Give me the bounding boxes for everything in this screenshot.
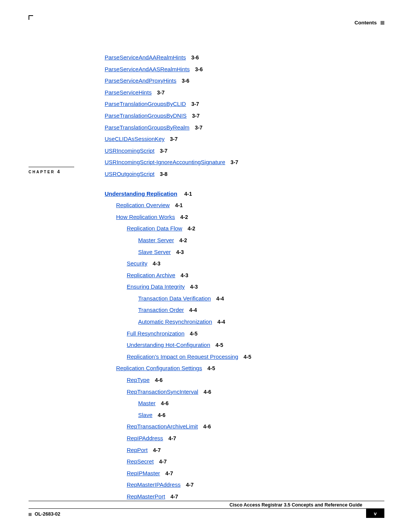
toc-entry: Replication Archive4-3 [127,271,379,280]
toc-link[interactable]: Replication Archive [127,272,175,278]
toc-link[interactable]: ParseServiceHints [105,89,151,96]
toc-page: 3-7 [192,113,199,119]
toc-link[interactable]: Understanding Hot-Configuration [127,342,210,348]
toc-entry: How Replication Works4-2 [116,213,379,221]
toc-entry: UseCLIDAsSessionKey3-7 [105,135,379,143]
toc-link[interactable]: UseCLIDAsSessionKey [105,136,165,142]
toc-page: 4-6 [203,423,211,430]
toc-link[interactable]: Automatic Resynchronization [138,318,212,325]
toc-entry: Replication's Impact on Request Processi… [127,353,379,361]
toc-entry: Ensuring Data Integrity4-3 [127,283,379,291]
toc-page: 3-7 [191,101,199,107]
toc-link[interactable]: RepPort [127,447,148,453]
toc-entry: Replication Data Flow4-2 [127,224,379,233]
toc-entry: USRIncomingScript3-7 [105,147,379,155]
header-contents-label: Contents [355,20,377,26]
toc-link[interactable]: ParseTranslationGroupsByDNIS [105,112,186,119]
toc-link[interactable]: RepType [127,377,150,383]
toc-link[interactable]: RepIPMaster [127,470,160,476]
toc-entry: Understanding Hot-Configuration4-5 [127,341,379,349]
toc-link[interactable]: Full Resynchronization [127,330,185,337]
toc-entry: RepType4-6 [127,376,379,384]
toc-link[interactable]: Replication Configuration Settings [116,365,202,371]
header-right: Contents [355,20,385,26]
toc-link[interactable]: USRIncomingScript [105,147,155,154]
toc-link[interactable]: Replication Overview [116,202,170,208]
toc-entry: RepIPMaster4-7 [127,469,379,478]
chapter-number: 4 [57,169,60,174]
toc-link[interactable]: Slave Server [138,249,171,255]
toc-section-prev: ParseServiceAndAARealmHints3-6ParseServi… [105,53,379,178]
toc-page: 3-6 [182,78,189,84]
toc-page: 4-3 [153,260,160,267]
toc-page: 4-5 [190,331,198,337]
toc-entry: USRIncomingScript-IgnoreAccountingSignat… [105,158,379,166]
toc-page: 4-1 [175,202,183,208]
chapter-label: CHAPTER 4 [29,169,60,174]
toc-link[interactable]: Master Server [138,237,174,243]
toc-link[interactable]: How Replication Works [116,214,175,220]
toc-page: 4-2 [179,237,187,243]
toc-page: 3-7 [231,159,238,165]
toc-entry: ParseTranslationGroupsByRealm3-7 [105,123,379,132]
toc-page: 4-5 [207,365,215,371]
toc-entry: Transaction Data Verification4-4 [138,294,379,303]
toc-link[interactable]: Transaction Data Verification [138,295,211,302]
toc-entry: ParseTranslationGroupsByDNIS3-7 [105,112,379,120]
toc-page: 4-5 [215,342,223,348]
toc-link[interactable]: ParseTranslationGroupsByRealm [105,124,190,131]
toc-link[interactable]: RepMasterIPAddress [127,481,180,488]
toc-page: 4-7 [169,435,176,441]
square-icon [29,513,32,516]
toc-link[interactable]: RepTransactionArchiveLimit [127,423,198,430]
footer: Cisco Access Registrar 3.5 Concepts and … [29,501,384,518]
footer-rule-top [29,501,384,501]
toc-entry: USROutgoingScript3-8 [105,170,379,178]
toc-entry: RepMasterPort4-7 [127,492,379,501]
toc-entry: Slave Server4-3 [138,248,379,256]
chapter-title-page: 4-1 [184,191,192,197]
toc-link[interactable]: RepMasterPort [127,493,165,500]
toc-content: ParseServiceAndAARealmHints3-6ParseServi… [105,53,379,504]
toc-entry: ParseServiceHints3-7 [105,88,379,97]
toc-entry: ParseServiceAndProxyHints3-6 [105,77,379,85]
toc-link[interactable]: USRIncomingScript-IgnoreAccountingSignat… [105,159,225,165]
chapter-title-link[interactable]: Understanding Replication [105,190,177,197]
toc-entry: RepTransactionArchiveLimit4-6 [127,422,379,431]
toc-link[interactable]: RepSecret [127,458,154,465]
toc-link[interactable]: RepIPAddress [127,435,163,441]
toc-page: 4-4 [189,307,197,313]
footer-bar: OL-2683-02 v [29,509,384,518]
toc-page: 4-3 [176,249,184,255]
toc-link[interactable]: RepTransactionSyncInterval [127,388,198,395]
toc-page: 4-2 [180,214,188,220]
toc-entry: Slave4-6 [138,411,379,419]
toc-link[interactable]: USROutgoingScript [105,171,155,177]
toc-page: 4-4 [216,296,224,302]
crop-mark-icon [29,15,33,20]
toc-entry: RepTransactionSyncInterval4-6 [127,388,379,396]
toc-entry: ParseServiceAndAASRealmHints3-6 [105,65,379,73]
toc-entry: RepPort4-7 [127,446,379,454]
toc-entry: Master Server4-2 [138,236,379,244]
toc-entry: ParseServiceAndAARealmHints3-6 [105,53,379,62]
toc-link[interactable]: Replication's Impact on Request Processi… [127,353,238,360]
toc-link[interactable]: ParseServiceAndAARealmHints [105,54,186,61]
toc-link[interactable]: Master [138,400,156,406]
toc-link[interactable]: Ensuring Data Integrity [127,283,185,290]
chapter-tag: CHAPTER [29,170,55,174]
toc-link[interactable]: Slave [138,412,153,418]
toc-entry: Automatic Resynchronization4-4 [138,318,379,326]
chapter-rule [29,167,74,167]
toc-entry: Full Resynchronization4-5 [127,329,379,338]
toc-link[interactable]: Security [127,260,147,267]
toc-link[interactable]: ParseTranslationGroupsByCLID [105,101,186,107]
toc-link[interactable]: ParseServiceAndAASRealmHints [105,66,190,72]
toc-link[interactable]: Replication Data Flow [127,225,182,232]
toc-entry: RepMasterIPAddress4-7 [127,481,379,489]
square-icon [381,21,384,25]
page: Contents CHAPTER 4 ParseServiceAndAAReal… [29,15,384,518]
toc-link[interactable]: Transaction Order [138,307,184,313]
footer-doc-id: OL-2683-02 [35,511,60,517]
toc-link[interactable]: ParseServiceAndProxyHints [105,77,176,84]
